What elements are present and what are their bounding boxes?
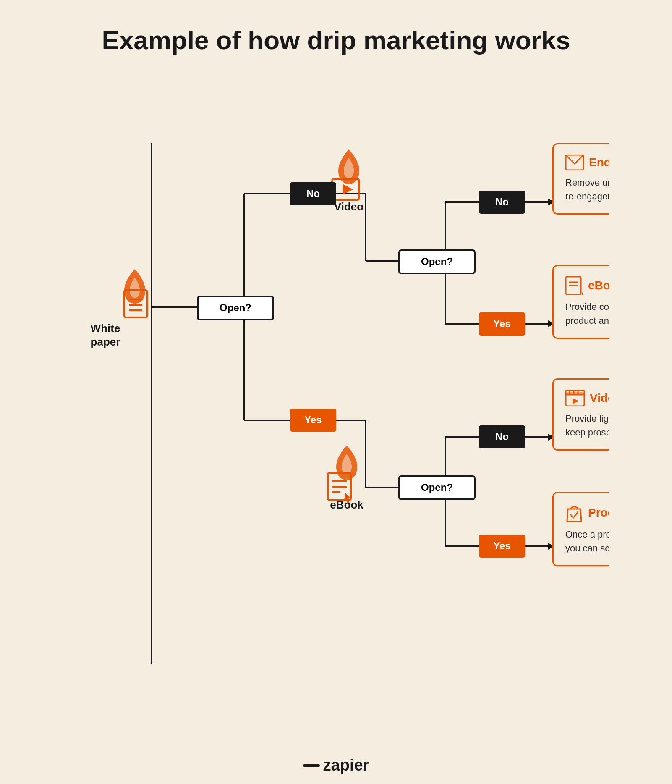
end-of-drip-title: End of drip: [589, 156, 609, 169]
diagram: Open? No Yes Open? No Yes Open? No Yes W…: [63, 84, 609, 735]
video-overview-text: Provide lighter, more engaging content t…: [565, 412, 609, 439]
svg-text:Video: Video: [334, 200, 363, 213]
svg-text:paper: paper: [90, 336, 120, 348]
diagram-svg: Open? No Yes Open? No Yes Open? No Yes W…: [63, 84, 609, 735]
svg-text:Open?: Open?: [220, 302, 251, 313]
svg-text:White: White: [90, 322, 120, 335]
svg-marker-72: [573, 398, 579, 404]
svg-text:No: No: [495, 431, 509, 442]
svg-text:Yes: Yes: [493, 540, 510, 551]
zapier-logo-text: zapier: [323, 756, 369, 774]
svg-text:Open?: Open?: [421, 256, 453, 267]
ebook-text: Provide content for a deeper analysis of…: [565, 300, 609, 328]
ebook-title: eBook: [588, 279, 609, 292]
product-demo-title: Product demo: [588, 506, 609, 519]
svg-text:Open?: Open?: [421, 482, 453, 493]
page-title: Example of how drip marketing works: [102, 25, 570, 55]
product-demo-text: Once a prospect shows significant intere…: [565, 527, 609, 555]
video-overview-title: Video overview: [590, 391, 609, 405]
svg-text:eBook: eBook: [330, 498, 363, 511]
zapier-logo: zapier: [303, 756, 369, 774]
svg-text:No: No: [495, 196, 509, 207]
svg-text:Yes: Yes: [304, 414, 322, 425]
end-of-drip-text: Remove unengaged prospects or add them t…: [565, 176, 609, 203]
svg-text:Yes: Yes: [493, 318, 510, 329]
svg-text:No: No: [306, 188, 320, 199]
zapier-logo-dash: [303, 764, 320, 767]
